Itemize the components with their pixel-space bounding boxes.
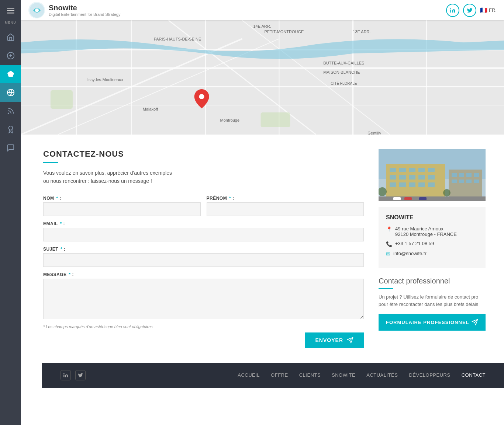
svg-rect-62 [428, 182, 435, 187]
company-email-address: info@snowite.fr [393, 251, 427, 256]
logo-container: Snowite Digital Entertainment for Brand … [28, 2, 120, 18]
footer-nav: ACCUEIL OFFRE CLIENTS SNOWITE ACTUALITÉS… [238, 372, 486, 378]
submit-label: ENVOYER [315, 337, 343, 343]
footer-nav-contact[interactable]: CONTACT [462, 372, 486, 378]
pro-send-icon [472, 319, 478, 325]
footer-nav-clients[interactable]: CLIENTS [299, 372, 321, 378]
prenom-input[interactable] [207, 202, 364, 216]
app-subtitle: Digital Entertainment for Brand Strategy [49, 12, 120, 17]
prenom-label: PRÉNOM * : [207, 196, 364, 201]
submit-row: ENVOYER [43, 332, 364, 348]
footer-nav-snowite[interactable]: SNOWITE [332, 372, 355, 378]
sidebar-item-snowite[interactable] [0, 83, 21, 102]
svg-rect-71 [474, 180, 479, 183]
sidebar-item-add[interactable] [0, 46, 21, 65]
sujet-required: * [61, 247, 62, 252]
sujet-input[interactable] [43, 253, 364, 267]
email-required: * [60, 221, 62, 226]
contact-section: CONTACTEZ-NOUS Vous voulez en savoir plu… [21, 135, 504, 363]
office-photo [379, 149, 486, 201]
svg-rect-53 [390, 175, 396, 180]
footer-twitter-icon[interactable] [75, 370, 86, 380]
pro-form-button[interactable]: FORMULAIRE PROFESSIONNEL [379, 314, 486, 331]
svg-point-42 [199, 94, 204, 99]
name-row: NOM * : PRÉNOM * : [43, 196, 364, 216]
svg-rect-1 [7, 10, 14, 11]
svg-rect-77 [419, 197, 427, 200]
email-input[interactable] [43, 228, 364, 241]
message-row: MESSAGE * : [43, 272, 364, 319]
menu-label: MENU [5, 21, 16, 24]
sujet-group: SUJET * : [43, 247, 364, 267]
sidebar-item-home[interactable] [0, 28, 21, 46]
svg-rect-69 [459, 180, 464, 183]
header: Snowite Digital Entertainment for Brand … [21, 0, 504, 20]
footer-linkedin-icon[interactable] [61, 370, 71, 380]
logo-image [28, 2, 45, 18]
svg-marker-6 [7, 71, 14, 77]
svg-rect-68 [452, 180, 457, 183]
svg-rect-60 [409, 182, 415, 187]
prenom-group: PRÉNOM * : [207, 196, 364, 216]
svg-text:PETIT-MONTROUGE: PETIT-MONTROUGE [264, 29, 304, 34]
footer-nav-actualites[interactable]: ACTUALITÉS [366, 372, 398, 378]
svg-rect-66 [466, 173, 472, 177]
contact-right-panel: SNOWITE 📍 49 rue Maurice Arnoux 92120 Mo… [379, 149, 486, 348]
svg-text:13E ARR.: 13E ARR. [353, 29, 370, 34]
email-label: EMAIL * : [43, 221, 364, 226]
company-address: 📍 49 rue Maurice Arnoux 92120 Montrouge … [386, 226, 478, 237]
linkedin-button[interactable] [446, 4, 459, 17]
footer-nav-accueil[interactable]: ACCUEIL [238, 372, 260, 378]
message-group: MESSAGE * : [43, 272, 364, 319]
svg-point-9 [8, 126, 13, 130]
footer-nav-offre[interactable]: OFFRE [271, 372, 288, 378]
required-note: * Les champs marqués d'un astérisque ble… [43, 324, 364, 329]
footer: ACCUEIL OFFRE CLIENTS SNOWITE ACTUALITÉS… [42, 363, 504, 388]
company-phone: 📞 +33 1 57 21 08 59 [386, 241, 478, 247]
language-selector[interactable]: 🇫🇷 FR. [480, 7, 497, 14]
company-name: SNOWITE [386, 214, 478, 221]
message-textarea[interactable] [43, 279, 364, 319]
svg-text:Malakoff: Malakoff [143, 107, 158, 111]
language-label: FR. [489, 7, 497, 13]
svg-rect-80 [63, 375, 64, 377]
nom-label: NOM * : [43, 196, 201, 201]
svg-point-81 [63, 373, 64, 374]
svg-rect-0 [7, 8, 14, 9]
pro-description: Un projet ? Utilisez le formulaire de co… [379, 293, 486, 308]
address-line1: 49 rue Maurice Arnoux [395, 226, 457, 231]
nom-required: * [56, 196, 58, 201]
sidebar-item-diamond[interactable] [0, 65, 21, 83]
sujet-row: SUJET * : [43, 247, 364, 267]
email-icon: ✉ [386, 251, 390, 257]
svg-rect-61 [418, 182, 425, 187]
sidebar-item-rss[interactable] [0, 102, 21, 120]
twitter-button[interactable] [463, 4, 476, 17]
svg-rect-57 [428, 175, 435, 180]
svg-rect-51 [418, 168, 425, 172]
section-title: CONTACTEZ-NOUS [43, 149, 364, 159]
svg-rect-56 [418, 175, 425, 180]
prenom-required: * [229, 196, 231, 201]
sidebar-item-award[interactable] [0, 120, 21, 139]
svg-rect-50 [409, 168, 415, 172]
pro-btn-label: FORMULAIRE PROFESSIONNEL [386, 320, 469, 325]
pro-contact-section: Contact professionnel Un projet ? Utilis… [379, 277, 486, 338]
sidebar-item-chat[interactable] [0, 139, 21, 157]
svg-text:CITÉ FLORALE: CITÉ FLORALE [331, 81, 357, 86]
main-content: Issy-les-Moulineaux Malakoff Montrouge P… [21, 20, 504, 388]
svg-rect-2 [7, 13, 14, 14]
nom-input[interactable] [43, 202, 201, 216]
email-group: EMAIL * : [43, 221, 364, 241]
svg-text:PARIS-HAUTS-DE-SEINE: PARIS-HAUTS-DE-SEINE [154, 37, 201, 41]
svg-text:14E ARR.: 14E ARR. [253, 24, 271, 28]
svg-rect-48 [390, 168, 396, 172]
company-email: ✉ info@snowite.fr [386, 251, 478, 257]
svg-point-11 [35, 8, 39, 12]
submit-button[interactable]: ENVOYER [305, 332, 364, 348]
title-underline [43, 162, 58, 163]
svg-rect-59 [399, 182, 406, 187]
footer-nav-developpeurs[interactable]: DÉVELOPPEURS [409, 372, 450, 378]
menu-button[interactable] [0, 1, 21, 20]
pro-underline [379, 288, 393, 289]
